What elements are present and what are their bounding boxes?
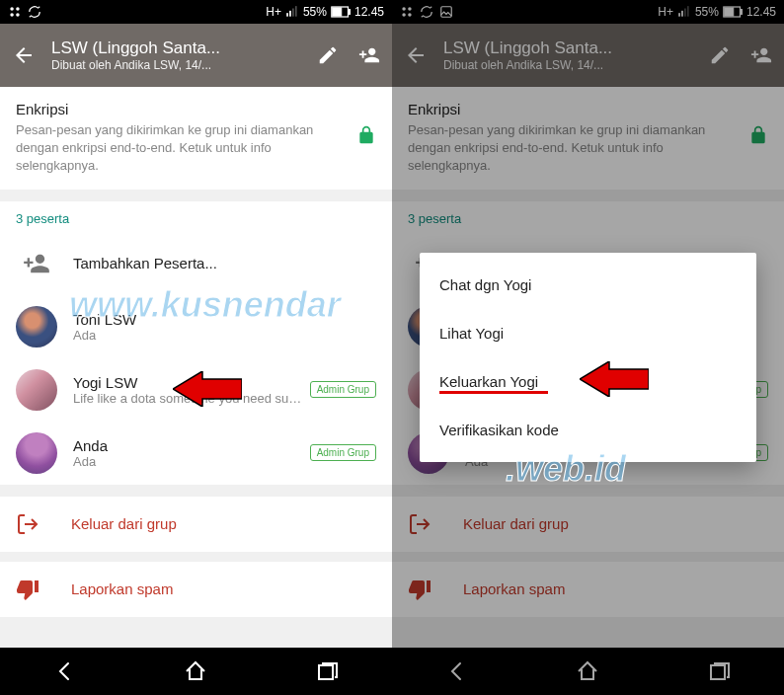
member-row-toni[interactable]: Toni LSW Ada — [0, 295, 392, 358]
nav-home-icon[interactable] — [184, 659, 207, 683]
nav-back-icon[interactable] — [53, 659, 77, 683]
phone-left: H+ 55% 12.45 LSW (Linggoh Santa... Dibua… — [0, 0, 392, 695]
svg-rect-5 — [289, 11, 291, 17]
avatar — [16, 306, 57, 348]
avatar — [16, 369, 57, 411]
svg-point-3 — [16, 13, 20, 17]
statusbar: H+ 55% 12.45 — [0, 0, 392, 24]
svg-rect-10 — [349, 10, 351, 15]
battery-icon — [331, 6, 351, 18]
context-menu: Chat dgn Yogi Lihat Yogi Keluarkan Yogi … — [420, 253, 756, 462]
exit-icon — [16, 512, 39, 536]
nav-recent-icon[interactable] — [315, 659, 339, 683]
menu-verify[interactable]: Verifikasikan kode — [420, 406, 756, 454]
menu-chat[interactable]: Chat dgn Yogi — [420, 261, 756, 309]
edit-icon[interactable] — [317, 44, 339, 66]
header-text[interactable]: LSW (Linggoh Santa... Dibuat oleh Andika… — [51, 39, 317, 72]
encryption-section[interactable]: Enkripsi Pesan-pesan yang dikirimkan ke … — [0, 87, 392, 190]
member-status: Ada — [73, 328, 376, 343]
network-label: H+ — [266, 5, 281, 19]
svg-rect-9 — [333, 8, 342, 16]
member-list: Tambahkan Peserta... Toni LSW Ada Yogi L… — [0, 232, 392, 485]
add-icon — [16, 243, 57, 284]
phone-right: H+ 55% 12.45 LSW (Linggoh Santa... Dibua… — [392, 0, 784, 695]
group-subtitle: Dibuat oleh Andika LSW, 14/... — [51, 58, 317, 72]
leave-label: Keluar dari grup — [71, 515, 177, 532]
header: LSW (Linggoh Santa... Dibuat oleh Andika… — [0, 24, 392, 87]
bbm-icon — [8, 5, 22, 19]
lock-icon — [356, 125, 376, 145]
signal-icon — [285, 5, 299, 19]
admin-badge: Admin Grup — [310, 444, 376, 461]
battery-pct: 55% — [303, 5, 327, 19]
member-row-anda[interactable]: Anda Ada Admin Grup — [0, 422, 392, 485]
add-person-icon[interactable] — [358, 44, 380, 66]
add-participant-label: Tambahkan Peserta... — [73, 255, 376, 271]
report-spam-row[interactable]: Laporkan spam — [0, 562, 392, 617]
clock-label: 12.45 — [354, 5, 384, 19]
red-arrow — [580, 361, 649, 397]
svg-point-2 — [10, 13, 14, 17]
highlight-underline — [439, 391, 548, 394]
member-status: Ada — [73, 454, 302, 469]
member-name: Toni LSW — [73, 311, 376, 328]
menu-view[interactable]: Lihat Yogi — [420, 309, 756, 357]
sync-icon — [28, 5, 41, 19]
svg-rect-11 — [319, 665, 333, 679]
svg-rect-7 — [295, 6, 297, 17]
svg-rect-6 — [292, 9, 294, 17]
encryption-body: Pesan-pesan yang dikirimkan ke grup ini … — [16, 121, 376, 176]
group-title: LSW (Linggoh Santa... — [51, 39, 317, 58]
peserta-count: 3 peserta — [0, 201, 392, 232]
member-name: Anda — [73, 437, 302, 454]
thumbs-down-icon — [16, 578, 39, 601]
leave-group-row[interactable]: Keluar dari grup — [0, 497, 392, 552]
svg-point-1 — [16, 7, 20, 11]
encryption-title: Enkripsi — [16, 101, 376, 117]
red-arrow — [173, 371, 242, 407]
admin-badge: Admin Grup — [310, 381, 376, 398]
svg-point-0 — [10, 7, 14, 11]
spam-label: Laporkan spam — [71, 580, 173, 597]
avatar — [16, 432, 57, 474]
add-participant-row[interactable]: Tambahkan Peserta... — [0, 232, 392, 295]
navbar — [0, 648, 392, 695]
back-icon[interactable] — [12, 43, 36, 67]
svg-rect-4 — [286, 13, 288, 17]
